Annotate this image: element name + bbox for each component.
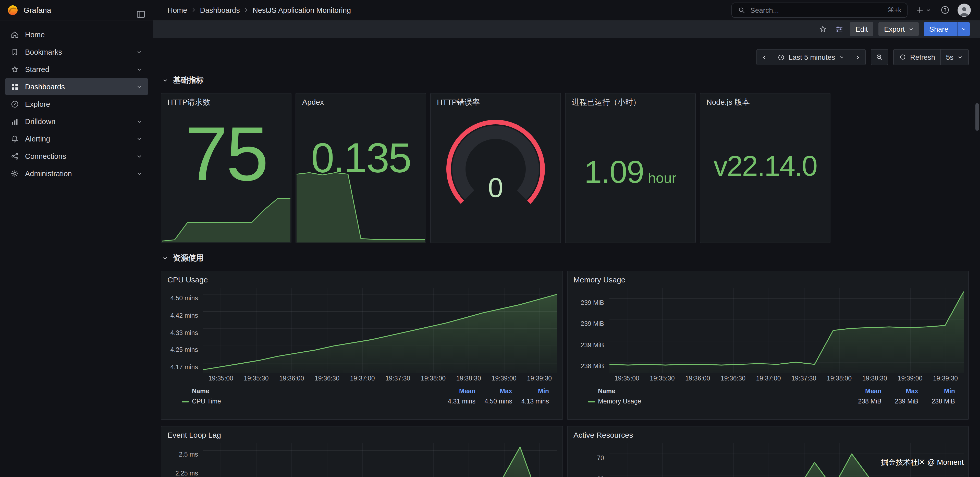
sidebar-item-bookmarks[interactable]: Bookmarks — [5, 43, 148, 60]
y-axis: 239 MiB239 MiB239 MiB238 MiB — [567, 288, 609, 373]
chart-plot-area[interactable] — [203, 288, 557, 373]
sidebar-item-drilldown[interactable]: Drilldown — [5, 113, 148, 130]
y-tick-label: 4.42 mins — [170, 312, 198, 319]
legend-series-name[interactable]: CPU Time — [192, 398, 221, 405]
y-tick-label: 239 MiB — [581, 321, 604, 328]
legend-stat-value: 239 MiB — [881, 398, 918, 405]
chevron-down-icon[interactable] — [136, 118, 143, 125]
legend-series-name[interactable]: Memory Usage — [598, 398, 641, 405]
star-icon — [10, 65, 19, 74]
y-tick-label: 2.5 ms — [179, 451, 198, 458]
x-tick-label: 19:35:30 — [244, 375, 269, 382]
sidebar-item-starred[interactable]: Starred — [5, 61, 148, 78]
x-tick-label: 19:37:30 — [385, 375, 410, 382]
export-button[interactable]: Export — [878, 22, 918, 36]
x-tick-label: 19:39:30 — [933, 375, 958, 382]
user-avatar[interactable] — [958, 3, 971, 17]
legend-stat-value: 238 MiB — [845, 398, 881, 405]
home-icon — [10, 30, 19, 39]
legend-stat-value: 238 MiB — [918, 398, 955, 405]
panel-apdex: Apdex 0.135 — [296, 93, 426, 243]
help-icon[interactable] — [939, 4, 951, 16]
sidebar-item-connections[interactable]: Connections — [5, 148, 148, 164]
chart-plot-area[interactable] — [203, 443, 557, 477]
refresh-icon — [899, 53, 907, 61]
chevron-down-icon[interactable] — [136, 135, 143, 142]
legend-stat-value: 4.50 mins — [476, 398, 512, 405]
zoom-out-button[interactable] — [871, 49, 888, 65]
x-tick-label: 19:36:00 — [685, 375, 710, 382]
legend-header-min[interactable]: Min — [512, 388, 549, 395]
time-shift-forward-button[interactable] — [850, 49, 865, 65]
chevron-down-icon[interactable] — [136, 170, 143, 177]
chevron-down-icon — [961, 26, 967, 32]
sidebar-item-alerting[interactable]: Alerting — [5, 130, 148, 147]
breadcrumb-item[interactable]: Dashboards — [200, 6, 240, 14]
chart-canvas — [203, 288, 557, 373]
legend-header-max[interactable]: Max — [476, 388, 512, 395]
legend-header-mean[interactable]: Mean — [845, 388, 881, 395]
add-new-button[interactable] — [914, 4, 932, 16]
mega-menu: HomeBookmarksStarredDashboardsExploreDri… — [0, 21, 153, 477]
chart-canvas — [609, 288, 963, 373]
y-tick-label: 238 MiB — [581, 363, 604, 370]
legend-series-row: CPU Time4.31 mins4.50 mins4.13 mins — [182, 396, 549, 407]
chevron-down-icon[interactable] — [136, 48, 143, 56]
chevron-down-icon[interactable] — [136, 65, 143, 73]
sidebar-item-administration[interactable]: Administration — [5, 165, 148, 182]
clock-icon — [777, 53, 785, 61]
x-tick-label: 19:35:30 — [650, 375, 675, 382]
panel-active-resources: Active Resources 70605040 19:35:0019:35:… — [567, 426, 969, 477]
y-tick-label: 239 MiB — [581, 299, 604, 306]
legend-header-name[interactable]: Name — [588, 388, 845, 395]
section-basic-metrics[interactable]: 基础指标 — [162, 75, 969, 86]
time-shift-back-button[interactable] — [756, 49, 772, 65]
time-range-picker[interactable]: Last 5 minutes — [772, 49, 850, 65]
sidebar-toggle-icon[interactable] — [136, 9, 146, 20]
chart-plot-area[interactable] — [609, 288, 963, 373]
legend-header-name[interactable]: Name — [182, 388, 439, 395]
chevron-down-icon — [925, 7, 932, 13]
legend-stat-value: 4.13 mins — [512, 398, 549, 405]
chevron-down-icon — [162, 255, 169, 261]
refresh-button[interactable]: Refresh — [893, 49, 941, 65]
search-shortcut: ⌘+k — [888, 6, 901, 14]
x-tick-label: 19:36:00 — [279, 375, 304, 382]
share-button[interactable]: Share — [924, 22, 970, 36]
x-tick-label: 19:37:00 — [756, 375, 781, 382]
chevron-down-icon — [908, 26, 914, 32]
sidebar-item-explore[interactable]: Explore — [5, 96, 148, 112]
x-tick-label: 19:38:30 — [862, 375, 887, 382]
y-axis: 2.5 ms2.25 ms2 ms1.75 ms1.5 ms — [161, 443, 203, 477]
x-tick-label: 19:36:30 — [315, 375, 339, 382]
search-input[interactable]: Search... ⌘+k — [732, 2, 907, 18]
share-menu-caret[interactable] — [957, 22, 970, 36]
chevron-down-icon[interactable] — [136, 83, 143, 90]
legend-series-swatch — [588, 400, 595, 402]
section-resource-usage[interactable]: 资源使用 — [162, 252, 969, 263]
sidebar-item-label: Starred — [25, 65, 49, 73]
insights-sliders-icon[interactable] — [834, 24, 845, 35]
legend-header-mean[interactable]: Mean — [439, 388, 476, 395]
legend-header-max[interactable]: Max — [881, 388, 918, 395]
x-axis: 19:35:0019:35:3019:36:0019:36:3019:37:00… — [609, 374, 963, 384]
grafana-logo[interactable] — [7, 4, 18, 16]
scrollbar-thumb[interactable] — [975, 103, 979, 131]
sidebar-item-dashboards[interactable]: Dashboards — [5, 78, 148, 95]
legend-header-min[interactable]: Min — [918, 388, 955, 395]
favorite-star-icon[interactable] — [817, 24, 829, 35]
legend: NameMeanMaxMinCPU Time4.31 mins4.50 mins… — [161, 384, 562, 410]
refresh-interval-picker[interactable]: 5s — [941, 49, 969, 65]
sidebar-item-label: Dashboards — [25, 83, 65, 91]
brand-label: Grafana — [24, 6, 51, 14]
breadcrumb-separator-icon — [243, 6, 250, 13]
sidebar-item-label: Alerting — [25, 134, 50, 143]
legend-series-swatch — [182, 400, 189, 402]
sidebar-item-label: Home — [25, 30, 45, 38]
stat-unit: hour — [648, 170, 676, 187]
y-axis: 4.50 mins4.42 mins4.33 mins4.25 mins4.17… — [161, 288, 203, 373]
chevron-down-icon[interactable] — [136, 152, 143, 160]
breadcrumb-item[interactable]: Home — [167, 6, 187, 14]
sidebar-item-home[interactable]: Home — [5, 26, 148, 43]
edit-button[interactable]: Edit — [850, 22, 873, 36]
